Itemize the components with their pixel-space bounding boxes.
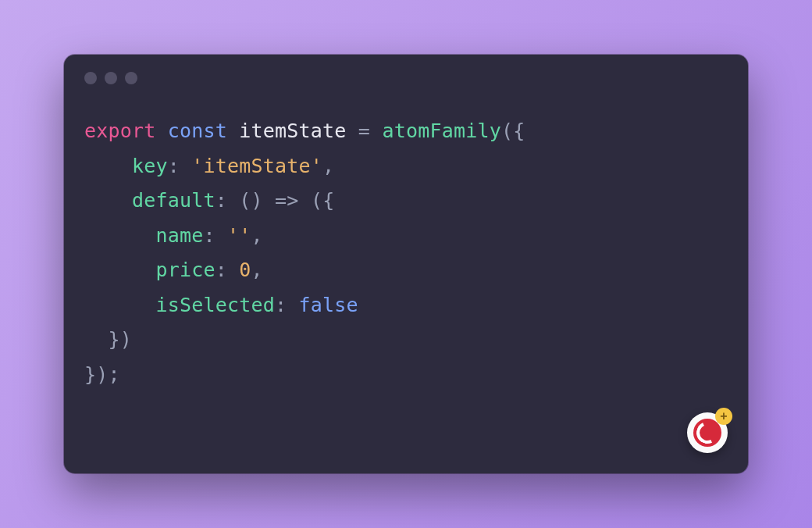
code-line-5: price: 0,: [84, 259, 263, 281]
token-colon: :: [215, 189, 227, 212]
code-line-4: name: '',: [84, 224, 263, 247]
token-colon: :: [204, 224, 215, 247]
token-prop-name: name: [156, 224, 204, 247]
window-controls: [64, 55, 748, 84]
plus-icon: +: [715, 408, 732, 425]
token-varname: itemState: [239, 120, 346, 142]
token-string-empty: '': [227, 224, 251, 247]
token-number: 0: [239, 259, 251, 281]
floating-action-badge[interactable]: +: [687, 412, 728, 453]
token-close-all: });: [84, 363, 120, 386]
token-string: 'itemState': [191, 155, 322, 177]
token-open-brace: ({: [311, 189, 335, 212]
window-maximize-dot[interactable]: [125, 72, 137, 84]
window-minimize-dot[interactable]: [105, 72, 117, 84]
code-line-3: default: () => ({: [84, 189, 334, 212]
token-colon: :: [168, 155, 180, 177]
token-boolean: false: [299, 294, 358, 316]
code-line-1: export const itemState = atomFamily({: [84, 120, 525, 142]
code-window: export const itemState = atomFamily({ ke…: [64, 55, 748, 473]
token-function-call: atomFamily: [382, 120, 501, 142]
token-close-brace: }): [109, 328, 133, 351]
token-equals: =: [358, 120, 370, 142]
token-comma: ,: [251, 224, 263, 247]
token-comma: ,: [322, 155, 334, 177]
token-comma: ,: [251, 259, 263, 281]
code-line-2: key: 'itemState',: [84, 155, 334, 177]
token-colon: :: [275, 294, 287, 316]
token-colon: :: [215, 259, 227, 281]
code-line-7: }): [84, 328, 132, 351]
token-open-paren: ({: [501, 120, 525, 142]
code-line-8: });: [84, 363, 120, 386]
token-const: const: [168, 120, 227, 142]
token-arrow-parens: (): [239, 189, 263, 212]
window-close-dot[interactable]: [84, 72, 97, 84]
token-export: export: [84, 120, 156, 142]
token-prop-key: key: [132, 155, 168, 177]
code-line-6: isSelected: false: [84, 294, 358, 316]
token-arrow: =>: [275, 189, 299, 212]
token-prop-isselected: isSelected: [156, 294, 276, 316]
token-prop-default: default: [132, 189, 215, 212]
crescent-icon: [693, 419, 721, 447]
code-block: export const itemState = atomFamily({ ke…: [64, 84, 748, 412]
token-prop-price: price: [156, 259, 215, 281]
